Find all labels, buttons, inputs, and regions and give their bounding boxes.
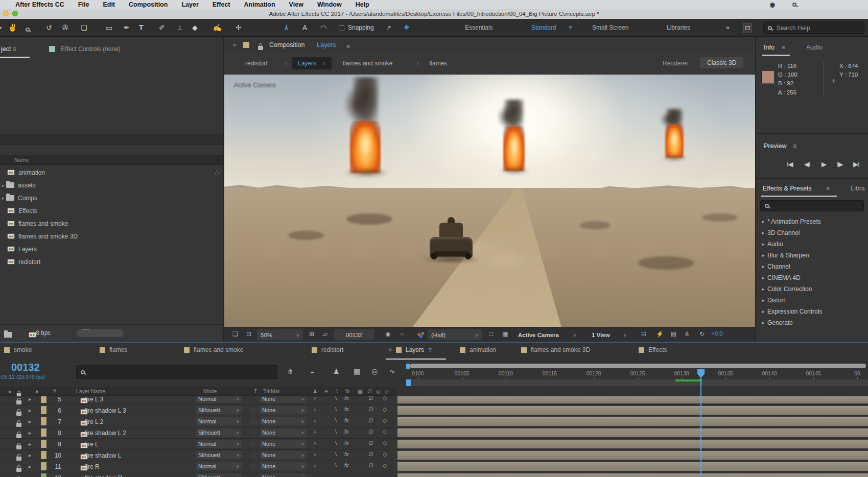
menu-status-icon[interactable]: ◉ xyxy=(770,1,775,8)
snapping-checkbox[interactable] xyxy=(339,24,344,33)
collapse-switch[interactable]: ♁ xyxy=(313,428,317,435)
label-color-chip[interactable] xyxy=(41,406,46,414)
quality-switch[interactable]: \ xyxy=(335,462,337,468)
collapse-switch[interactable]: ♁ xyxy=(313,451,317,457)
collapse-switch[interactable]: ♁ xyxy=(313,396,317,401)
info-panel-menu-icon[interactable]: ≡ xyxy=(782,44,785,51)
trkmat-dropdown[interactable]: None∨ xyxy=(260,396,307,403)
move-axis-tool[interactable]: Y xyxy=(284,23,289,32)
time-ruler[interactable]: 0100 00105 00110 00115 00120 00125 00130… xyxy=(396,369,868,379)
effects-panel-menu-icon[interactable]: ≡ xyxy=(826,185,830,192)
workspace-essentials[interactable]: Essentials xyxy=(465,24,493,31)
timeline-tab-flames[interactable]: flames xyxy=(100,346,127,353)
lock-icon[interactable] xyxy=(16,445,21,449)
label-color-chip[interactable] xyxy=(41,473,46,477)
layer-row-12[interactable]: ▸ 12 fire shadow R Silhouett∨ None∨ xyxy=(0,472,868,477)
menu-layer[interactable]: Layer xyxy=(181,1,198,8)
view-dropdown[interactable]: Active Camera∨ xyxy=(514,329,580,340)
trkmat-dropdown[interactable]: None∨ xyxy=(260,417,307,425)
trkmat-dropdown[interactable]: None∨ xyxy=(260,462,307,470)
exposure-value[interactable]: +0.0 xyxy=(711,330,723,337)
transparency-grid-icon[interactable]: ▦ xyxy=(502,330,508,338)
collapse-switch[interactable]: ♁ xyxy=(313,440,317,446)
menu-app[interactable]: After Effects CC xyxy=(15,1,64,8)
zoom-button[interactable] xyxy=(12,11,18,16)
category-audio[interactable]: ►Audio xyxy=(756,238,868,250)
lock-icon[interactable] xyxy=(16,468,21,472)
lock-icon[interactable] xyxy=(16,423,21,427)
clone-stamp-tool[interactable]: ⊥ xyxy=(177,23,183,32)
show-snapshot-icon[interactable]: ∞ xyxy=(400,330,405,338)
title-bar[interactable]: Adobe After Effects CC 2017 - /Users/ala… xyxy=(0,9,868,19)
zoom-tool[interactable] xyxy=(26,25,30,34)
composition-panel-menu-icon[interactable]: ≡ xyxy=(346,41,350,51)
effects-search-input[interactable] xyxy=(772,202,859,210)
effects-switch[interactable]: fx xyxy=(344,428,349,435)
layer-row-5[interactable]: ▸ 5 fire L 3 Normal∨ None∨ ♁ \ fx ∅ ◇ xyxy=(0,396,868,404)
work-area-start-handle[interactable] xyxy=(406,379,411,386)
quality-switch[interactable]: \ xyxy=(335,451,337,457)
shape-tool[interactable]: ▭ xyxy=(106,23,112,32)
project-item-comps[interactable]: ▸ Comps xyxy=(0,192,223,204)
layer-duration-bar[interactable] xyxy=(397,440,868,448)
brush-tool[interactable]: ✐ xyxy=(159,23,165,32)
timeline-scrollbar-start[interactable] xyxy=(406,364,410,369)
blend-mode-dropdown[interactable]: Silhouett∨ xyxy=(196,451,242,459)
preserve-transparency-checkbox[interactable] xyxy=(250,407,257,414)
motion-blur-switch[interactable]: ∅ xyxy=(368,396,373,401)
layer-duration-bar[interactable] xyxy=(397,473,868,477)
trkmat-dropdown[interactable]: None∨ xyxy=(260,428,307,437)
workspace-standard[interactable]: Standard xyxy=(531,24,556,31)
project-item-animation[interactable]: animation ∴ xyxy=(0,166,223,179)
trkmat-column-header[interactable]: TrkMat xyxy=(263,387,279,396)
minimize-button[interactable] xyxy=(3,11,9,16)
pen-tool[interactable]: ✒ xyxy=(124,23,130,32)
timeline-tab-redistort[interactable]: redistort xyxy=(312,346,343,353)
hide-shy-layers-icon[interactable]: ♟ xyxy=(333,367,340,375)
blend-mode-dropdown[interactable]: Silhouett∨ xyxy=(196,406,242,414)
layer-row-10[interactable]: ▸ 10 fire shadow L Silhouett∨ None∨ ♁ \ … xyxy=(0,450,868,461)
breadcrumb-flames-and-smoke[interactable]: flames and smoke xyxy=(343,60,392,67)
timeline-search-input[interactable] xyxy=(88,368,273,376)
menu-help[interactable]: Help xyxy=(356,1,369,8)
preserve-transparency-checkbox[interactable] xyxy=(250,452,257,459)
close-tab-icon[interactable]: × xyxy=(232,41,237,49)
effects-switch[interactable]: fx xyxy=(344,451,349,457)
twirl-arrow-icon[interactable]: ▸ xyxy=(29,439,31,449)
quality-switch[interactable]: \ xyxy=(335,396,337,401)
workspace-switcher-icon[interactable]: ⊡ xyxy=(743,23,752,33)
blend-mode-dropdown[interactable]: Normal∨ xyxy=(196,417,242,425)
work-area-bar[interactable] xyxy=(406,379,868,386)
view-layout-dropdown[interactable]: 1 View∨ xyxy=(588,329,630,340)
motion-blur-switch[interactable]: ∅ xyxy=(368,428,373,435)
effects-switch[interactable]: fx xyxy=(344,462,349,468)
motion-blur-switch[interactable]: ∅ xyxy=(368,417,373,424)
project-item-effects[interactable]: Effects xyxy=(0,204,223,217)
blend-mode-dropdown[interactable]: Silhouett∨ xyxy=(196,473,242,477)
project-panel-menu-icon[interactable]: ≡ xyxy=(13,45,16,53)
threed-switch[interactable]: ◇ xyxy=(383,451,387,458)
workspace-small-screen[interactable]: Small Screen xyxy=(592,24,628,31)
motion-blur-switch[interactable]: ∅ xyxy=(368,451,373,458)
preserve-transparency-checkbox[interactable] xyxy=(250,418,257,425)
graph-editor-icon[interactable]: ∿ xyxy=(389,367,395,375)
layer-duration-bar[interactable] xyxy=(397,396,868,403)
category-cinema-4d[interactable]: ►CINEMA 4D xyxy=(756,272,868,283)
frame-blending-icon[interactable]: ▤ xyxy=(354,367,360,375)
layer-duration-bar[interactable] xyxy=(397,462,868,471)
timeline-tab-flames-and-smoke[interactable]: flames and smoke xyxy=(184,346,243,353)
tab-composition[interactable]: Composition xyxy=(269,41,304,49)
current-frame-counter[interactable]: 00132 xyxy=(11,362,40,373)
mask-visibility-icon[interactable]: ▱ xyxy=(323,330,327,338)
layer-duration-bar[interactable] xyxy=(397,451,868,460)
layer-duration-bar[interactable] xyxy=(397,417,868,426)
preview-panel-menu-icon[interactable]: ≡ xyxy=(793,142,796,150)
twirl-arrow-icon[interactable]: ▸ xyxy=(29,472,31,477)
project-item-flames-and-smoke[interactable]: flames and smoke xyxy=(0,217,223,230)
label-color-chip[interactable] xyxy=(41,417,46,425)
menu-edit[interactable]: Edit xyxy=(103,1,115,8)
resolution-dropdown[interactable]: (Half)∨ xyxy=(428,329,482,340)
expand-arrow-icon[interactable]: ▸ xyxy=(0,196,6,201)
menu-file[interactable]: File xyxy=(78,1,89,8)
next-frame-button[interactable]: I▶ xyxy=(837,160,843,168)
